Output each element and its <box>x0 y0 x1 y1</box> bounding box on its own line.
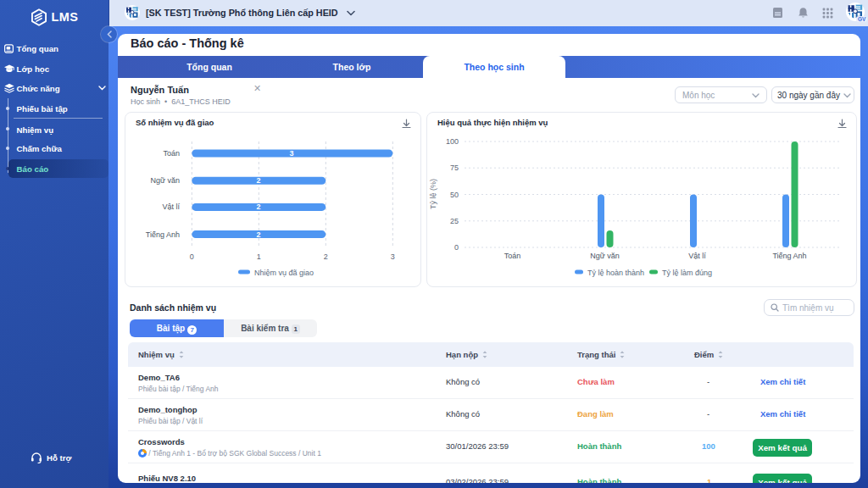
svg-text:0: 0 <box>190 252 194 261</box>
svg-text:3: 3 <box>289 149 293 158</box>
svg-text:Tiếng Anh: Tiếng Anh <box>146 230 180 239</box>
svg-text:Ngữ văn: Ngữ văn <box>150 176 180 185</box>
svg-text:0: 0 <box>454 243 459 252</box>
svg-text:2: 2 <box>324 252 328 261</box>
svg-text:2: 2 <box>256 176 260 185</box>
svg-text:Vật lí: Vật lí <box>162 202 180 211</box>
svg-text:Tiếng Anh: Tiếng Anh <box>772 252 806 260</box>
svg-text:Tỷ lệ (%): Tỷ lệ (%) <box>429 179 437 209</box>
svg-text:50: 50 <box>450 191 459 199</box>
svg-text:2: 2 <box>256 230 260 239</box>
svg-text:Toán: Toán <box>504 252 521 260</box>
svg-text:75: 75 <box>450 164 459 172</box>
svg-text:Tỷ lệ hoàn thành: Tỷ lệ hoàn thành <box>587 269 644 277</box>
svg-text:Nhiệm vụ đã giao: Nhiệm vụ đã giao <box>254 269 314 277</box>
svg-text:1: 1 <box>257 252 261 261</box>
svg-text:3: 3 <box>391 252 395 261</box>
svg-text:25: 25 <box>450 217 459 225</box>
svg-text:Vật lí: Vật lí <box>688 252 706 260</box>
svg-text:2: 2 <box>256 202 260 211</box>
svg-text:Toán: Toán <box>163 149 180 158</box>
svg-text:Ngữ văn: Ngữ văn <box>590 252 620 260</box>
svg-text:100: 100 <box>446 137 459 146</box>
svg-text:Tỷ lệ làm đúng: Tỷ lệ làm đúng <box>662 269 712 277</box>
